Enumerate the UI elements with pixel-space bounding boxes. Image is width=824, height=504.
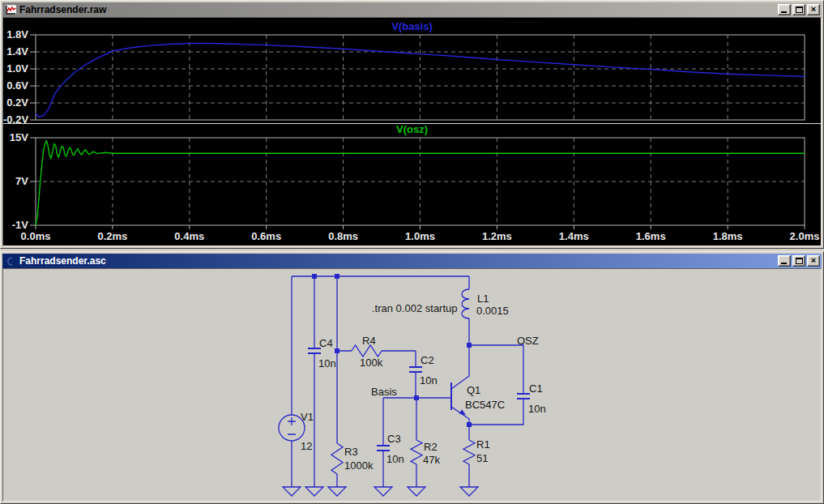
x-tick-label: 1.4ms	[549, 230, 598, 242]
label-r3-value[interactable]: 1000k	[344, 459, 373, 472]
x-tick-label: 1.8ms	[703, 230, 752, 242]
ground-symbols[interactable]	[283, 487, 478, 496]
x-tick-label: 1.2ms	[472, 230, 521, 242]
schematic-window: Fahrradsender.asc ×	[0, 251, 824, 504]
label-r3-name[interactable]: R3	[344, 446, 358, 458]
resistor-R3[interactable]	[331, 443, 343, 474]
minimize-button[interactable]	[778, 4, 791, 15]
label-c1-value[interactable]: 10n	[528, 403, 546, 415]
waveform-titlebar[interactable]: Fahrradsender.raw ×	[2, 2, 822, 17]
trace-title-V(basis)[interactable]: V(basis)	[3, 20, 821, 32]
waveform-window-icon	[4, 4, 17, 15]
inductor-L1[interactable]	[462, 289, 469, 318]
resistor-R1[interactable]	[463, 440, 475, 464]
schematic-window-title: Fahrradsender.asc	[19, 255, 775, 267]
label-r4-value[interactable]: 100k	[360, 357, 382, 369]
ground-icon[interactable]	[305, 487, 323, 496]
y-tick-label: 0.2V	[3, 96, 28, 109]
label-v1-name[interactable]: V1	[301, 411, 314, 423]
label-q1-name[interactable]: Q1	[467, 384, 480, 396]
net-label-basis[interactable]: Basis	[371, 386, 397, 398]
resistor-R4[interactable]	[352, 345, 382, 357]
close-icon: ×	[811, 256, 816, 265]
label-r1-name[interactable]: R1	[476, 438, 490, 451]
waveform-window-title: Fahrradsender.raw	[19, 4, 775, 15]
y-tick-label: 0.6V	[3, 79, 28, 92]
label-c3-name[interactable]: C3	[387, 433, 401, 445]
schematic-titlebar[interactable]: Fahrradsender.asc ×	[2, 254, 822, 268]
label-r2-name[interactable]: R2	[424, 441, 438, 453]
label-q1-value[interactable]: BC547C	[465, 399, 505, 411]
ground-icon[interactable]	[283, 487, 301, 496]
ground-icon[interactable]	[408, 487, 425, 496]
capacitor-C1[interactable]	[517, 394, 530, 399]
net-label-osz[interactable]: OSZ	[517, 335, 539, 347]
close-button[interactable]: ×	[807, 4, 820, 15]
label-c4-value[interactable]: 10n	[318, 357, 336, 369]
capacitor-C2[interactable]	[409, 367, 422, 372]
ground-icon[interactable]	[460, 487, 478, 496]
maximize-icon	[796, 6, 803, 13]
x-tick-label: 0.2ms	[88, 230, 137, 242]
maximize-button[interactable]	[792, 255, 805, 267]
schematic-window-icon	[4, 255, 17, 267]
capacitor-C3[interactable]	[377, 446, 390, 451]
label-c3-value[interactable]: 10n	[386, 453, 404, 465]
plot-area[interactable]: 1.8V1.4V1.0V0.6V0.2V-0.2VV(basis)15V7V-1…	[2, 17, 822, 246]
y-tick-label: 7V	[3, 175, 28, 187]
x-tick-label: 1.0ms	[396, 230, 445, 242]
x-tick-label: 2.0ms	[780, 230, 822, 242]
minimize-button[interactable]	[778, 255, 791, 267]
maximize-button[interactable]	[792, 4, 805, 15]
ground-icon[interactable]	[328, 487, 346, 496]
label-l1-value[interactable]: 0.0015	[476, 305, 509, 317]
y-tick-label: -1V	[3, 219, 28, 231]
x-tick-label: 0.6ms	[242, 230, 291, 242]
x-tick-label: 0.4ms	[165, 230, 214, 242]
maximize-icon	[796, 258, 803, 264]
close-button[interactable]: ×	[807, 255, 820, 267]
plus-minus-icon	[288, 417, 296, 434]
waveform-window: Fahrradsender.raw × 1.8V1.4V1.0V0.6V0.2V…	[0, 0, 824, 249]
spice-directive[interactable]: .tran 0.002 startup	[372, 302, 458, 314]
schematic-canvas[interactable]: .tran 0.002 startup L1 0.0015 OSZ C4 10n…	[2, 268, 822, 502]
x-tick-label: 1.6ms	[626, 230, 675, 242]
label-v1-value[interactable]: 12	[301, 440, 312, 452]
label-c4-name[interactable]: C4	[319, 337, 333, 349]
label-l1-name[interactable]: L1	[477, 293, 489, 305]
label-r4-name[interactable]: R4	[362, 335, 376, 347]
y-tick-label: 1.4V	[3, 45, 28, 58]
label-r2-value[interactable]: 47k	[423, 454, 440, 466]
label-c2-value[interactable]: 10n	[420, 374, 438, 387]
resistor-R2[interactable]	[411, 440, 422, 464]
minimize-icon	[781, 263, 787, 264]
ground-icon[interactable]	[374, 487, 392, 496]
trace-title-V(osz)[interactable]: V(osz)	[3, 123, 821, 135]
minimize-icon	[781, 11, 787, 13]
close-icon: ×	[811, 5, 816, 14]
x-tick-label: 0.8ms	[319, 230, 368, 242]
label-r1-value[interactable]: 51	[476, 452, 488, 464]
label-c2-name[interactable]: C2	[421, 354, 434, 366]
y-tick-label: 1.0V	[3, 62, 28, 75]
x-tick-label: 0.0ms	[11, 230, 60, 242]
label-c1-name[interactable]: C1	[529, 382, 543, 395]
